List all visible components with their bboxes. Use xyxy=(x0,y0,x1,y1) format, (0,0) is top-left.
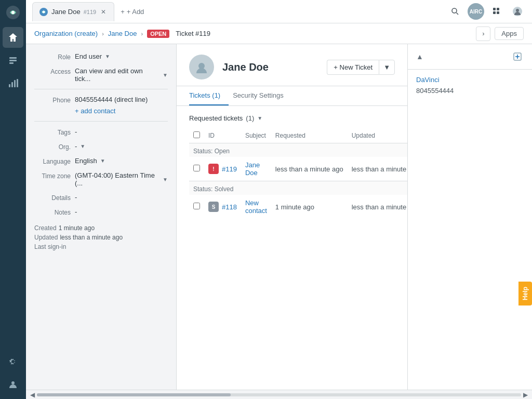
horizontal-scrollbar[interactable]: ◀ ▶ xyxy=(26,390,532,399)
table-row: ! #119 Jane Doe less than a minute ago l… xyxy=(189,157,407,181)
ticket-subject-cell: New contact xyxy=(241,195,271,219)
last-signin-label: Last sign-in xyxy=(34,243,66,250)
apps-btn[interactable]: Apps xyxy=(495,27,524,40)
table-row: S #118 New contact 1 minute ago less tha… xyxy=(189,195,407,219)
updated-label: Updated xyxy=(34,234,58,241)
org-phone: 8045554444 xyxy=(416,87,524,95)
new-ticket-action: + New Ticket ▼ xyxy=(327,60,395,75)
created-value: 1 minute ago xyxy=(59,224,95,232)
org-name[interactable]: DaVinci xyxy=(416,76,524,84)
nav-reports[interactable] xyxy=(3,73,23,94)
access-field: Access Can view and edit own tick... ▼ xyxy=(34,67,168,83)
timezone-dropdown-arrow: ▼ xyxy=(163,177,168,182)
timezone-value[interactable]: (GMT-04:00) Eastern Time (... ▼ xyxy=(75,171,168,187)
collapse-btn[interactable]: ▲ xyxy=(416,52,423,61)
add-tab-btn[interactable]: + + Add xyxy=(116,8,148,16)
tickets-header[interactable]: Requested tickets (1) ▼ xyxy=(189,114,395,122)
phone-field: Phone 8045554444 (direct line) xyxy=(34,96,168,104)
row-checkbox[interactable] xyxy=(193,203,200,209)
created-label: Created xyxy=(34,224,57,232)
scrollbar-track[interactable] xyxy=(37,393,521,396)
add-tab-icon: + xyxy=(121,8,125,16)
nav-home[interactable] xyxy=(3,27,23,48)
notes-label: Notes xyxy=(34,208,71,216)
svg-point-18 xyxy=(516,9,519,12)
ticket-subject-link[interactable]: New contact xyxy=(245,199,267,215)
svg-point-9 xyxy=(11,381,15,384)
agent-icon-btn[interactable]: AIRC xyxy=(468,3,484,20)
breadcrumb-org[interactable]: Organization (create) xyxy=(34,30,98,37)
ticket-status-badge: OPEN xyxy=(147,30,169,38)
search-btn[interactable] xyxy=(447,3,463,20)
tab-close-btn[interactable]: ✕ xyxy=(99,8,108,16)
svg-rect-5 xyxy=(9,84,10,87)
details-label: Details xyxy=(34,193,71,202)
panel-tabs: Tickets (1) Security Settings xyxy=(177,86,407,106)
org-add-btn[interactable] xyxy=(511,50,524,63)
col-requested: Requested xyxy=(271,128,348,143)
app-logo xyxy=(5,4,21,21)
svg-rect-7 xyxy=(14,80,16,87)
org-value[interactable]: - ▼ xyxy=(75,142,168,150)
row-checkbox[interactable] xyxy=(193,165,200,171)
scroll-left-btn[interactable]: ◀ xyxy=(28,391,37,398)
notes-field: Notes - xyxy=(34,208,168,216)
access-value[interactable]: Can view and edit own tick... ▼ xyxy=(75,67,168,83)
access-dropdown-arrow: ▼ xyxy=(163,72,168,78)
breadcrumb-user[interactable]: Jane Doe xyxy=(108,30,137,37)
new-ticket-dropdown-btn[interactable]: ▼ xyxy=(379,60,395,75)
right-panel-header: ▲ xyxy=(408,44,532,70)
phone-value: 8045554444 (direct line) xyxy=(75,96,168,103)
divider1 xyxy=(34,89,168,89)
right-panel: ▲ DaVinci 8045554444 xyxy=(407,44,532,390)
status-row-open: Status: Open xyxy=(189,143,407,157)
svg-rect-6 xyxy=(11,82,13,87)
tickets-table: ID Subject Requested Updated Group Statu… xyxy=(189,128,407,219)
grid-btn[interactable] xyxy=(488,3,505,20)
org-dropdown-arrow: ▼ xyxy=(80,143,85,149)
ticket-subject-cell: Jane Doe xyxy=(241,157,271,181)
help-btn[interactable]: Help xyxy=(518,282,532,305)
tab-tickets[interactable]: Tickets (1) xyxy=(189,86,229,105)
tickets-count: (1) xyxy=(246,114,254,122)
tickets-chevron: ▼ xyxy=(257,115,262,121)
nav-settings[interactable] xyxy=(3,351,23,372)
role-dropdown-arrow: ▼ xyxy=(105,54,110,59)
breadcrumb-nav-btn[interactable]: › xyxy=(476,26,490,41)
ticket-id-link[interactable]: ! #119 xyxy=(208,164,237,174)
scroll-right-btn[interactable]: ▶ xyxy=(521,391,530,398)
center-panel: Jane Doe + New Ticket ▼ Tickets (1) Secu… xyxy=(177,44,407,390)
nav-tickets[interactable] xyxy=(3,50,23,71)
scrollbar-thumb[interactable] xyxy=(37,393,231,396)
svg-rect-8 xyxy=(17,79,18,87)
row-checkbox-cell[interactable] xyxy=(189,157,204,181)
tab-security[interactable]: Security Settings xyxy=(233,86,292,105)
status-row-solved: Status: Solved xyxy=(189,181,407,195)
ticket-updated-cell: less than a minute ago xyxy=(348,195,407,219)
ticket-status-icon: S xyxy=(208,202,219,212)
role-field: Role End user ▼ xyxy=(34,52,168,61)
tab-subtitle: #119 xyxy=(84,9,96,15)
tags-field: Tags - xyxy=(34,128,168,136)
tab-right-actions: AIRC xyxy=(447,3,526,20)
ticket-requested-cell: 1 minute ago xyxy=(271,195,348,219)
role-value[interactable]: End user ▼ xyxy=(75,52,168,60)
select-all-checkbox[interactable] xyxy=(193,131,200,138)
content-row: Role End user ▼ Access Can view and edit… xyxy=(26,44,532,390)
ticket-id-link[interactable]: S #118 xyxy=(208,202,237,212)
nav-user-profile[interactable] xyxy=(3,374,23,395)
breadcrumb-sep1: › xyxy=(102,31,104,37)
sidebar-nav xyxy=(0,0,26,399)
col-check xyxy=(189,128,204,143)
add-contact-link[interactable]: + add contact xyxy=(75,107,168,115)
svg-rect-4 xyxy=(9,62,14,64)
tab-jane-doe[interactable]: Jane Doe #119 ✕ xyxy=(32,2,114,21)
language-value[interactable]: English ▼ xyxy=(75,157,168,165)
ticket-id-cell: ! #119 xyxy=(204,157,241,181)
last-signin-row: Last sign-in xyxy=(34,243,168,250)
tickets-body: Status: Open ! #119 Jane Doe less than a… xyxy=(189,143,407,219)
row-checkbox-cell[interactable] xyxy=(189,195,204,219)
new-ticket-btn[interactable]: + New Ticket xyxy=(327,60,379,75)
ticket-subject-link[interactable]: Jane Doe xyxy=(245,161,260,177)
user-menu-btn[interactable] xyxy=(509,3,526,20)
